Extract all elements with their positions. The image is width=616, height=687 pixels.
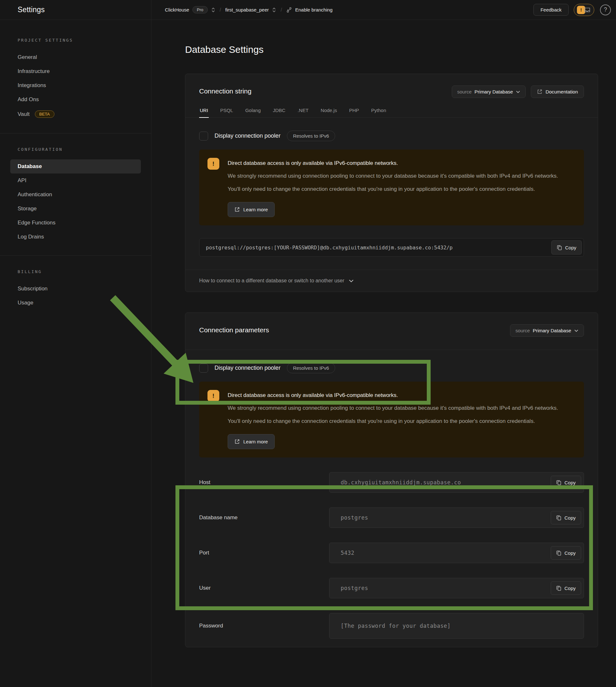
copy-icon <box>556 515 562 521</box>
breadcrumb-separator: / <box>220 7 221 13</box>
sidebar-item-vault[interactable]: Vault BETA <box>10 107 141 121</box>
sidebar-item-edge-functions[interactable]: Edge Functions <box>10 216 141 230</box>
database-name-value: postgres <box>340 514 368 521</box>
pooler-label: Display connection pooler <box>215 364 281 371</box>
breadcrumb-project[interactable]: first_supabase_peer <box>225 7 277 13</box>
notifications-button[interactable]: ! <box>574 4 594 16</box>
beta-badge: BETA <box>35 110 54 118</box>
external-link-icon <box>234 439 240 444</box>
documentation-label: Documentation <box>546 89 578 94</box>
sidebar-item-infrastructure[interactable]: Infrastructure <box>10 64 141 79</box>
sidebar-item-label: Subscription <box>18 286 48 292</box>
sidebar-section-configuration: CONFIGURATION Database API Authenticatio… <box>0 133 151 256</box>
copy-label: Copy <box>565 515 576 520</box>
warning-title: Direct database access is only available… <box>228 390 560 399</box>
copy-user-button[interactable]: Copy <box>551 581 581 595</box>
section-heading: CONFIGURATION <box>10 147 141 152</box>
chevron-down-icon <box>574 329 578 332</box>
tab-uri[interactable]: URI <box>199 106 209 118</box>
project-name: first_supabase_peer <box>225 7 269 13</box>
chevrons-updown-icon[interactable] <box>272 7 276 13</box>
sidebar-item-label: Integrations <box>18 82 46 89</box>
tab-jdbc[interactable]: JDBC <box>272 106 286 118</box>
copy-label: Copy <box>565 550 576 556</box>
sidebar-item-log-drains[interactable]: Log Drains <box>10 230 141 244</box>
sidebar-item-label: Add Ons <box>18 96 39 103</box>
sidebar-item-integrations[interactable]: Integrations <box>10 79 141 92</box>
breadcrumb-org[interactable]: ClickHouse Pro <box>165 6 216 14</box>
top-header: Settings ClickHouse Pro / first_supabase… <box>0 0 616 20</box>
sidebar-item-label: API <box>18 177 26 184</box>
header-title-area: Settings <box>0 0 151 20</box>
sidebar-item-api[interactable]: API <box>10 174 141 187</box>
user-value: postgres <box>340 585 368 591</box>
source-select[interactable]: source Primary Database <box>452 86 526 98</box>
documentation-button[interactable]: Documentation <box>531 86 584 98</box>
user-label: User <box>199 585 329 591</box>
expander-label: How to connect to a different database o… <box>199 278 344 284</box>
connection-parameters-title: Connection parameters <box>199 324 269 334</box>
param-row-password: Password [The password for your database… <box>199 613 584 639</box>
warning-title: Direct database access is only available… <box>228 158 560 167</box>
sidebar-item-general[interactable]: General <box>10 50 141 64</box>
org-name: ClickHouse <box>165 7 189 13</box>
learn-more-button[interactable]: Learn more <box>228 202 275 217</box>
warning-icon: ! <box>207 158 219 170</box>
sidebar-item-database[interactable]: Database <box>10 159 141 174</box>
sidebar-item-authentication[interactable]: Authentication <box>10 187 141 202</box>
learn-more-label: Learn more <box>243 439 268 444</box>
warning-body: We strongly recommend using connection p… <box>228 401 560 428</box>
chevrons-updown-icon[interactable] <box>211 7 216 13</box>
feedback-button[interactable]: Feedback <box>533 4 569 16</box>
password-field[interactable]: [The password for your database] <box>329 613 584 639</box>
database-settings-heading: Database Settings <box>185 44 598 55</box>
tab-python[interactable]: Python <box>370 106 387 118</box>
sidebar-item-usage[interactable]: Usage <box>10 296 141 310</box>
copy-host-button[interactable]: Copy <box>551 476 581 489</box>
tab-dotnet[interactable]: .NET <box>297 106 309 118</box>
sidebar-item-label: Log Drains <box>18 234 44 240</box>
sidebar-item-label: Edge Functions <box>18 220 56 226</box>
breadcrumb-separator: / <box>281 7 282 13</box>
copy-port-button[interactable]: Copy <box>551 546 581 560</box>
sidebar-item-storage[interactable]: Storage <box>10 202 141 216</box>
help-icon[interactable]: ? <box>600 4 611 15</box>
copy-icon <box>556 585 562 591</box>
tab-psql[interactable]: PSQL <box>220 106 234 118</box>
sidebar-item-label: Infrastructure <box>18 68 50 74</box>
ipv6-warning-callout: ! Direct database access is only availab… <box>199 382 584 458</box>
source-value: Primary Database <box>533 328 571 333</box>
sidebar-item-label: Database <box>18 163 42 170</box>
settings-sidebar: PROJECT SETTINGS General Infrastructure … <box>0 20 151 687</box>
database-name-field[interactable]: postgres Copy <box>329 507 584 528</box>
copy-database-name-button[interactable]: Copy <box>551 511 581 524</box>
git-branch-icon <box>286 7 292 13</box>
tab-golang[interactable]: Golang <box>245 106 261 118</box>
user-field[interactable]: postgres Copy <box>329 578 584 598</box>
copy-icon <box>557 245 562 251</box>
resolves-ipv6-badge: Resolves to IPv6 <box>287 363 335 373</box>
enable-branching-button[interactable]: Enable branching <box>286 7 333 13</box>
copy-uri-button[interactable]: Copy <box>551 240 582 254</box>
port-field[interactable]: 5432 Copy <box>329 542 584 563</box>
tab-nodejs[interactable]: Node.js <box>320 106 338 118</box>
pooler-label: Display connection pooler <box>215 133 281 139</box>
sidebar-item-label: Usage <box>18 300 33 306</box>
port-value: 5432 <box>340 550 354 556</box>
display-connection-pooler-checkbox[interactable] <box>199 132 208 140</box>
source-select[interactable]: source Primary Database <box>510 324 584 337</box>
host-field[interactable]: db.cxhygiuitamxhniiddjm.supabase.co Copy <box>329 472 584 493</box>
connect-different-database-expander[interactable]: How to connect to a different database o… <box>185 269 598 292</box>
learn-more-button[interactable]: Learn more <box>228 434 275 449</box>
display-connection-pooler-checkbox[interactable] <box>199 364 208 373</box>
param-row-user: User postgres Copy <box>199 578 584 598</box>
connection-parameters-card: Connection parameters source Primary Dat… <box>185 312 598 647</box>
connection-uri-field[interactable]: postgresql://postgres:[YOUR-PASSWORD]@db… <box>199 238 584 257</box>
source-value: Primary Database <box>475 89 513 94</box>
sidebar-item-subscription[interactable]: Subscription <box>10 282 141 296</box>
sidebar-item-add-ons[interactable]: Add Ons <box>10 92 141 107</box>
inbox-icon <box>584 6 591 14</box>
ipv6-warning-callout: ! Direct database access is only availab… <box>199 150 584 225</box>
tab-php[interactable]: PHP <box>348 106 359 118</box>
section-heading: PROJECT SETTINGS <box>10 38 141 43</box>
